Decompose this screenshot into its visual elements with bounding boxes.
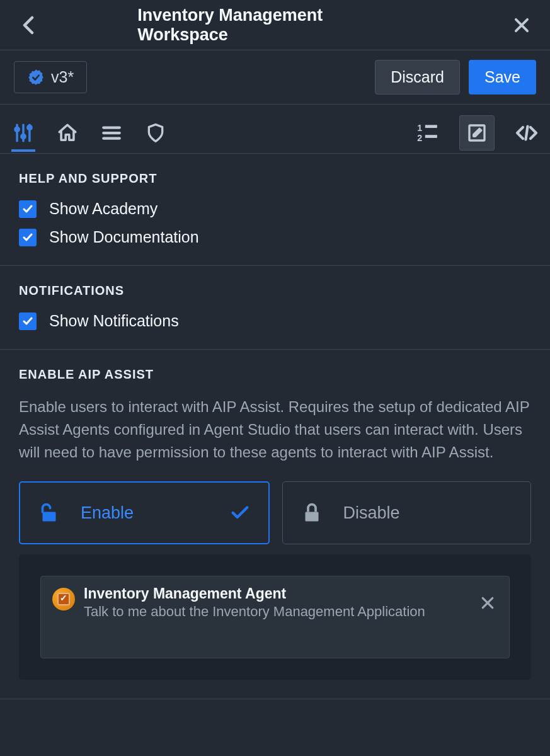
agent-panel: Inventory Management Agent Talk to me ab… [19,554,531,680]
checkbox-row-academy[interactable]: Show Academy [19,200,531,218]
home-icon [57,122,78,144]
tab-home[interactable] [55,115,79,151]
section-help: HELP AND SUPPORT Show Academy Show Docum… [0,154,550,266]
enable-card[interactable]: Enable [19,481,270,544]
section-notifications: NOTIFICATIONS Show Notifications [0,266,550,350]
check-icon [21,203,34,215]
header-bar: Inventory Management Workspace [0,0,550,50]
svg-point-5 [28,125,32,129]
svg-line-14 [526,126,528,139]
section-title-notifications: NOTIFICATIONS [19,284,531,298]
close-icon [513,17,530,33]
aip-description: Enable users to interact with AIP Assist… [19,396,531,464]
agent-avatar-icon [57,593,70,605]
unlock-icon [38,501,60,524]
disable-card[interactable]: Disable [282,481,532,544]
tab-menu[interactable] [100,115,123,151]
shield-icon [146,123,166,143]
tab-bar: 12 [0,105,550,154]
page-title: Inventory Management Workspace [137,6,413,45]
agent-text: Inventory Management Agent Talk to me ab… [84,585,469,620]
tab-security[interactable] [144,115,168,151]
menu-icon [101,122,122,144]
edit-icon [467,123,487,143]
agent-card[interactable]: Inventory Management Agent Talk to me ab… [40,576,510,658]
section-title-aip: ENABLE AIP ASSIST [19,367,531,382]
code-icon [515,122,538,144]
svg-rect-12 [425,135,437,138]
enable-label: Enable [81,503,134,523]
tab-right-group: 12 [415,115,539,151]
checkbox-row-documentation[interactable]: Show Documentation [19,228,531,246]
section-title-help: HELP AND SUPPORT [19,171,531,186]
svg-rect-16 [305,512,318,522]
agent-desc: Talk to me about the Inventory Managemen… [84,604,469,620]
tab-settings[interactable] [11,115,35,151]
toggle-row: Enable Disable [19,481,531,544]
checkbox-academy[interactable] [19,200,37,218]
checkbox-label: Show Academy [49,200,158,218]
svg-text:1: 1 [417,122,422,132]
agent-avatar [52,588,75,610]
tab-left-group [11,115,168,151]
svg-text:2: 2 [417,132,422,142]
agent-name: Inventory Management Agent [84,585,469,602]
numbered-list-icon: 12 [415,121,439,145]
close-button[interactable] [509,13,534,38]
sliders-icon [13,122,34,144]
svg-point-3 [15,127,19,131]
section-aip: ENABLE AIP ASSIST Enable users to intera… [0,350,550,699]
tab-list[interactable]: 12 [415,115,439,151]
tab-code[interactable] [515,115,539,151]
svg-rect-10 [425,125,437,128]
chevron-left-icon [22,16,35,35]
save-button[interactable]: Save [469,60,536,94]
tab-edit[interactable] [459,115,495,151]
check-icon [21,231,34,244]
checkbox-documentation[interactable] [19,229,37,246]
check-icon [229,502,251,524]
svg-rect-15 [43,512,56,522]
agent-remove-button[interactable] [478,593,498,613]
discard-button[interactable]: Discard [375,60,460,94]
check-icon [21,315,34,328]
checkbox-label: Show Documentation [49,228,199,246]
lock-icon [301,501,323,524]
svg-point-4 [21,134,25,138]
version-badge[interactable]: v3* [14,61,87,93]
actions-bar: v3* Discard Save [0,50,550,105]
checkbox-label: Show Notifications [49,312,179,330]
disable-label: Disable [343,503,400,523]
checkbox-row-notifications[interactable]: Show Notifications [19,312,531,330]
back-button[interactable] [16,13,41,38]
action-buttons: Discard Save [375,60,536,94]
verified-icon [27,69,45,86]
close-icon [481,596,495,610]
version-label: v3* [51,68,74,86]
checkbox-notifications[interactable] [19,312,37,330]
